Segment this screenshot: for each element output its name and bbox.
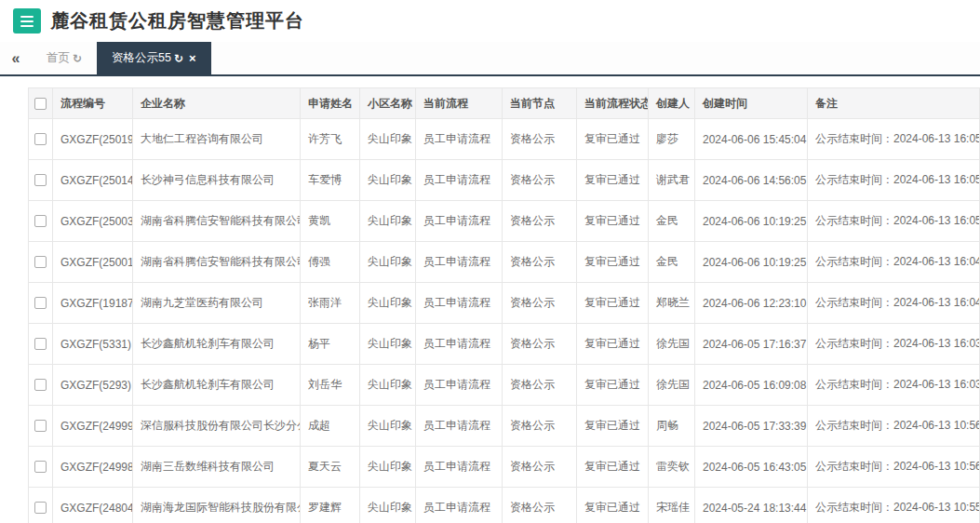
cell-current-node: 资格公示 — [503, 365, 577, 406]
cell-process-id: GXGZF(25019) — [53, 119, 133, 160]
row-checkbox[interactable] — [34, 256, 47, 268]
cell-process-status: 复审已通过 — [577, 283, 649, 324]
cell-remark: 公示结束时间：2024-06-13 16:04:18 — [808, 283, 980, 324]
cell-creator: 谢武君 — [649, 160, 695, 201]
hamburger-icon — [20, 20, 34, 22]
cell-current-process: 员工申请流程 — [416, 406, 503, 447]
column-header-process-id: 流程编号 — [53, 88, 133, 119]
cell-applicant: 黄凯 — [301, 201, 360, 242]
page-title: 麓谷租赁公租房智慧管理平台 — [50, 8, 304, 34]
cell-creator: 雷奕钦 — [649, 447, 695, 488]
cell-applicant: 夏天云 — [301, 447, 360, 488]
cell-created-time: 2024-06-06 14:56:05 — [695, 160, 808, 201]
content-area: 流程编号 企业名称 申请姓名 小区名称 当前流程 当前节点 当前流程状态 创建人… — [0, 76, 980, 523]
cell-process-id: GXGZF(25014) — [53, 160, 133, 201]
cell-applicant: 罗建辉 — [301, 488, 360, 523]
cell-remark: 公示结束时间：2024-06-13 10:56:10 — [808, 447, 980, 488]
row-checkbox[interactable] — [34, 420, 47, 432]
cell-remark: 公示结束时间：2024-06-13 10:56:22 — [808, 406, 980, 447]
cell-community: 尖山印象 — [360, 242, 416, 283]
cell-creator: 徐先国 — [649, 365, 695, 406]
row-checkbox[interactable] — [34, 379, 47, 391]
cell-current-node: 资格公示 — [503, 283, 577, 324]
cell-company: 湖南海龙国际智能科技股份有限公司 — [133, 488, 301, 523]
row-checkbox[interactable] — [34, 461, 47, 473]
cell-created-time: 2024-06-05 16:43:05 — [695, 447, 808, 488]
cell-current-node: 资格公示 — [503, 119, 577, 160]
cell-applicant: 张雨洋 — [301, 283, 360, 324]
cell-company: 长沙神弓信息科技有限公司 — [133, 160, 301, 201]
column-header-company: 企业名称 — [133, 88, 301, 119]
column-header-applicant: 申请姓名 — [301, 88, 360, 119]
cell-remark: 公示结束时间：2024-06-13 16:05:37 — [808, 119, 980, 160]
refresh-icon[interactable]: ↻ — [73, 52, 82, 65]
refresh-icon[interactable]: ↻ — [174, 52, 183, 65]
records-table: 流程编号 企业名称 申请姓名 小区名称 当前流程 当前节点 当前流程状态 创建人… — [28, 87, 980, 523]
cell-created-time: 2024-06-05 17:16:37 — [695, 324, 808, 365]
cell-current-node: 资格公示 — [503, 201, 577, 242]
cell-creator: 廖莎 — [649, 119, 695, 160]
cell-process-id: GXGZF(5331) — [53, 324, 133, 365]
tab-bar: « 首页 ↻ 资格公示55 ↻ × — [0, 42, 980, 76]
double-chevron-left-icon: « — [12, 50, 20, 67]
table-row: GXGZF(24999) 深信服科技股份有限公司长沙分公司 成超 尖山印象 员工… — [29, 406, 980, 447]
row-checkbox[interactable] — [34, 502, 47, 514]
cell-process-status: 复审已通过 — [577, 447, 649, 488]
table-row: GXGZF(24804) 湖南海龙国际智能科技股份有限公司 罗建辉 尖山印象 员… — [29, 488, 980, 523]
column-header-remark: 备注 — [808, 88, 980, 119]
tab-qualification-publicity[interactable]: 资格公示55 ↻ × — [97, 42, 211, 74]
column-header-current-process: 当前流程 — [416, 88, 503, 119]
cell-process-id: GXGZF(25001) — [53, 242, 133, 283]
cell-remark: 公示结束时间：2024-06-13 16:03:54 — [808, 324, 980, 365]
cell-creator: 宋瑶佳 — [649, 488, 695, 523]
cell-company: 长沙鑫航机轮刹车有限公司 — [133, 324, 301, 365]
cell-community: 尖山印象 — [360, 365, 416, 406]
cell-process-id: GXGZF(24804) — [53, 488, 133, 523]
tab-home[interactable]: 首页 ↻ — [32, 42, 97, 74]
cell-creator: 徐先国 — [649, 324, 695, 365]
cell-remark: 公示结束时间：2024-06-13 10:55:53 — [808, 488, 980, 523]
row-checkbox[interactable] — [34, 174, 47, 186]
cell-current-node: 资格公示 — [503, 160, 577, 201]
cell-created-time: 2024-06-06 12:23:10 — [695, 283, 808, 324]
table-body: GXGZF(25019) 大地仁工程咨询有限公司 许芳飞 尖山印象 员工申请流程… — [29, 119, 980, 523]
cell-process-id: GXGZF(5293) — [53, 365, 133, 406]
scroll-tabs-left-button[interactable]: « — [0, 42, 32, 74]
table-row: GXGZF(25019) 大地仁工程咨询有限公司 许芳飞 尖山印象 员工申请流程… — [29, 119, 980, 160]
cell-process-status: 复审已通过 — [577, 201, 649, 242]
table-row: GXGZF(5293) 长沙鑫航机轮刹车有限公司 刘岳华 尖山印象 员工申请流程… — [29, 365, 980, 406]
cell-community: 尖山印象 — [360, 447, 416, 488]
cell-created-time: 2024-05-24 18:13:44 — [695, 488, 808, 523]
row-checkbox[interactable] — [34, 338, 47, 350]
cell-process-status: 复审已通过 — [577, 160, 649, 201]
row-checkbox[interactable] — [34, 297, 47, 309]
close-icon[interactable]: × — [189, 51, 196, 65]
cell-current-node: 资格公示 — [503, 447, 577, 488]
row-checkbox[interactable] — [34, 215, 47, 227]
cell-created-time: 2024-06-06 10:19:25 — [695, 201, 808, 242]
row-checkbox[interactable] — [34, 133, 47, 145]
cell-current-process: 员工申请流程 — [416, 283, 503, 324]
cell-community: 尖山印象 — [360, 324, 416, 365]
tab-label: 首页 — [47, 50, 70, 66]
hamburger-menu-button[interactable] — [13, 8, 41, 34]
cell-community: 尖山印象 — [360, 406, 416, 447]
cell-process-status: 复审已通过 — [577, 242, 649, 283]
column-header-community: 小区名称 — [360, 88, 416, 119]
cell-creator: 周畅 — [649, 406, 695, 447]
cell-current-process: 员工申请流程 — [416, 365, 503, 406]
column-header-created-time: 创建时间 — [695, 88, 808, 119]
cell-company: 长沙鑫航机轮刹车有限公司 — [133, 365, 301, 406]
cell-applicant: 许芳飞 — [301, 119, 360, 160]
cell-current-node: 资格公示 — [503, 406, 577, 447]
cell-remark: 公示结束时间：2024-06-13 16:03:37 — [808, 365, 980, 406]
cell-creator: 金民 — [649, 201, 695, 242]
table-row: GXGZF(19187) 湖南九芝堂医药有限公司 张雨洋 尖山印象 员工申请流程… — [29, 283, 980, 324]
cell-current-process: 员工申请流程 — [416, 324, 503, 365]
cell-company: 大地仁工程咨询有限公司 — [133, 119, 301, 160]
app-header: 麓谷租赁公租房智慧管理平台 — [0, 0, 980, 42]
cell-process-status: 复审已通过 — [577, 324, 649, 365]
cell-community: 尖山印象 — [360, 160, 416, 201]
select-all-checkbox[interactable] — [34, 98, 47, 110]
table-header: 流程编号 企业名称 申请姓名 小区名称 当前流程 当前节点 当前流程状态 创建人… — [29, 88, 980, 119]
